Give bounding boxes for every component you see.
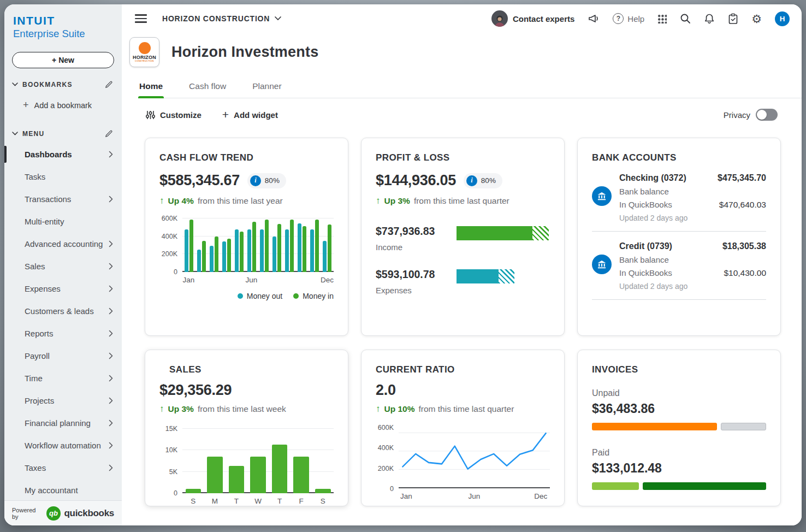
settings-gear-icon[interactable]: ⚙: [751, 13, 762, 25]
info-icon: i: [466, 175, 477, 186]
badge-percent: 80%: [481, 176, 496, 185]
search-icon[interactable]: [680, 13, 691, 24]
sidebar-item-tasks[interactable]: Tasks: [4, 165, 122, 188]
sidebar-item-transactions[interactable]: Transactions: [4, 188, 122, 210]
sidebar-menu: DashboardsTasksTransactionsMulti-entityA…: [4, 143, 122, 500]
accounts-list: Checking (0372)$475,345.70Bank balanceIn…: [592, 173, 766, 300]
in-quickbooks-label: In QuickBooks: [619, 200, 672, 209]
income-amount: $737,936.83: [376, 225, 457, 238]
in-quickbooks-label: In QuickBooks: [619, 268, 672, 277]
help-icon: ?: [613, 13, 624, 24]
company-switcher[interactable]: HORIZON CONSTRUCTION: [162, 14, 281, 23]
sidebar-item-label: Expenses: [25, 284, 109, 293]
bank-icon: [592, 186, 612, 206]
sidebar-item-multi-entity[interactable]: Multi-entity: [4, 210, 122, 233]
confidence-badge[interactable]: i 80%: [464, 173, 502, 188]
sidebar-item-label: Advanced accounting: [25, 239, 109, 249]
page-header: HORIZON CONSTRUCTION Horizon Investments: [129, 37, 789, 67]
tab-home[interactable]: Home: [138, 78, 164, 98]
trend-percent: Up 3%: [168, 404, 194, 414]
chevron-right-icon: [109, 397, 113, 404]
account-row[interactable]: Checking (0372)$475,345.70Bank balanceIn…: [592, 173, 766, 232]
tasks-clipboard-icon[interactable]: [728, 13, 738, 25]
confidence-badge[interactable]: i 80%: [247, 173, 286, 188]
edit-menu-icon[interactable]: [105, 129, 113, 138]
add-widget-label: Add widget: [234, 110, 278, 120]
quickbooks-wordmark: quickbooks: [64, 508, 114, 519]
chart-legend: Money outMoney in: [159, 292, 334, 300]
bank-balance-label: Bank balance: [619, 187, 766, 196]
sidebar-item-financial-planning[interactable]: Financial planning: [4, 412, 122, 434]
hamburger-menu-icon[interactable]: [135, 14, 147, 22]
sidebar-item-label: Multi-entity: [25, 217, 113, 226]
paid-progress-bar: [592, 482, 766, 490]
app-window: INTUIT Enterprise Suite + New BOOKMARKS …: [4, 4, 802, 525]
sidebar-item-taxes[interactable]: Taxes: [4, 457, 122, 479]
new-button[interactable]: + New: [12, 52, 114, 68]
help-button[interactable]: ? Help: [613, 13, 644, 24]
company-name: HORIZON CONSTRUCTION: [162, 14, 270, 23]
add-widget-button[interactable]: + Add widget: [222, 108, 278, 121]
apps-grid-icon[interactable]: [657, 14, 667, 23]
unpaid-progress-bar: [592, 423, 766, 430]
invoices-card: INVOICES Unpaid $36,483.86 Paid $133,012…: [577, 350, 781, 506]
menu-section-header[interactable]: MENU: [4, 123, 122, 143]
user-avatar[interactable]: H: [775, 11, 790, 26]
announcements-icon[interactable]: [588, 13, 600, 24]
logo-sub-text: CONSTRUCTION: [135, 60, 154, 62]
account-row[interactable]: Credit (0739)$18,305.38Bank balanceIn Qu…: [592, 241, 766, 300]
sidebar-item-label: Reports: [25, 329, 109, 338]
expenses-amount: $593,100.78: [376, 268, 457, 281]
current-ratio-line-chart: 600K400K200K0JanJunDec: [376, 428, 550, 502]
sidebar-item-label: Taxes: [25, 463, 109, 472]
cash-flow-bar-chart: 600K400K200K0JanJunDec: [159, 218, 334, 284]
income-row: $737,936.83 Income: [376, 225, 550, 252]
updated-timestamp: Updated 2 days ago: [619, 214, 766, 222]
sidebar-item-payroll[interactable]: Payroll: [4, 345, 122, 367]
sidebar-item-reports[interactable]: Reports: [4, 322, 122, 345]
chevron-right-icon: [109, 308, 113, 315]
badge-percent: 80%: [265, 176, 280, 185]
expenses-row: $593,100.78 Expenses: [376, 268, 550, 295]
sales-amount: $29,356.29: [159, 382, 232, 399]
sliders-icon: [146, 110, 155, 120]
sidebar-item-dashboards[interactable]: Dashboards: [4, 143, 122, 165]
customize-button[interactable]: Customize: [146, 110, 202, 120]
bookmarks-section-header[interactable]: BOOKMARKS: [4, 74, 122, 94]
plus-icon: +: [23, 99, 29, 111]
chevron-right-icon: [109, 151, 113, 158]
powered-by-label: Powered by: [12, 507, 43, 520]
sidebar-item-sales[interactable]: Sales: [4, 255, 122, 277]
add-bookmark-button[interactable]: + Add a bookmark: [4, 94, 122, 116]
current-ratio-value: 2.0: [376, 382, 396, 399]
widget-title: SALES: [169, 364, 334, 375]
trend-caption: from this time last quarter: [419, 404, 514, 414]
sidebar-item-label: Projects: [25, 396, 109, 405]
sidebar-item-customers-leads[interactable]: Customers & leads: [4, 300, 122, 322]
sidebar-item-label: Workflow automation: [25, 441, 109, 450]
sidebar-item-time[interactable]: Time: [4, 367, 122, 389]
sidebar-item-my-accountant[interactable]: My accountant: [4, 479, 122, 500]
sidebar-item-advanced-accounting[interactable]: Advanced accounting: [4, 233, 122, 255]
notifications-bell-icon[interactable]: [704, 13, 715, 25]
sidebar-item-workflow-automation[interactable]: Workflow automation: [4, 434, 122, 457]
edit-bookmarks-icon[interactable]: [105, 80, 113, 88]
tab-planner[interactable]: Planner: [251, 78, 282, 98]
bank-balance-label: Bank balance: [619, 255, 766, 264]
contact-experts-button[interactable]: Contact experts: [491, 10, 574, 27]
sidebar-item-label: Financial planning: [25, 418, 109, 428]
sidebar-item-projects[interactable]: Projects: [4, 389, 122, 412]
cash-flow-amount: $585,345.67: [159, 172, 240, 189]
sidebar-item-label: Time: [25, 374, 109, 383]
legend-money-in: Money in: [293, 292, 334, 300]
sales-card: SALES $29,356.29 ↑ Up 3% from this time …: [145, 350, 348, 506]
chevron-down-icon: [12, 132, 18, 135]
trend-percent: Up 3%: [384, 196, 410, 206]
paid-group: Paid $133,012.48: [592, 448, 766, 490]
trend-caption: from this time last quarter: [414, 196, 509, 206]
sidebar-item-label: My accountant: [25, 486, 113, 495]
sidebar-item-expenses[interactable]: Expenses: [4, 277, 122, 300]
enterprise-suite-text: Enterprise Suite: [13, 28, 113, 40]
privacy-toggle[interactable]: [756, 109, 778, 121]
tab-cash-flow[interactable]: Cash flow: [188, 78, 227, 98]
